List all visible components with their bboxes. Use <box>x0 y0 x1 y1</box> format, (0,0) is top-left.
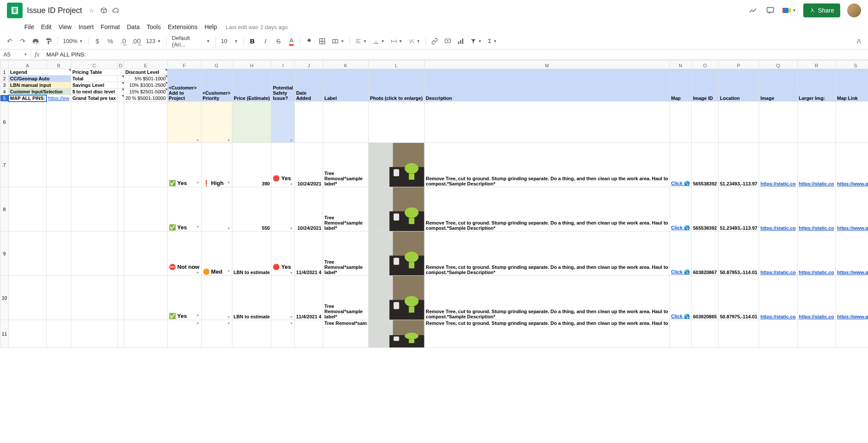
increase-decimal-icon[interactable]: .00̲ <box>130 35 142 47</box>
row-head[interactable]: 7 <box>0 143 9 187</box>
cell[interactable] <box>759 320 797 348</box>
col-F[interactable]: F <box>167 60 201 69</box>
cell[interactable] <box>46 231 71 276</box>
cell[interactable]: ▼ <box>271 187 294 231</box>
col-A[interactable]: A <box>9 60 46 69</box>
format-123-select[interactable]: 123▼ <box>143 36 164 47</box>
menu-view[interactable]: View <box>55 22 75 32</box>
cell[interactable]: Location <box>718 69 759 102</box>
menu-tools[interactable]: Tools <box>143 22 165 32</box>
cell[interactable]: 603820865 <box>691 276 718 320</box>
cell[interactable]: ▼ <box>201 102 232 143</box>
cell[interactable]: https://static.co <box>759 143 797 187</box>
cell[interactable] <box>9 276 46 320</box>
move-icon[interactable] <box>99 6 108 15</box>
cell[interactable] <box>117 102 124 143</box>
cell[interactable] <box>294 102 323 143</box>
italic-icon[interactable]: I <box>259 35 271 47</box>
percent-icon[interactable]: % <box>104 35 116 47</box>
cell[interactable]: 15% $2501-5000 <box>124 89 167 95</box>
row-head[interactable]: 5 <box>0 95 9 102</box>
col-M[interactable]: M <box>424 60 670 69</box>
col-Q[interactable]: Q <box>759 60 797 69</box>
cell[interactable]: Tree Removal*sample label* <box>323 143 369 187</box>
cell[interactable] <box>9 231 46 276</box>
cell[interactable]: Legend <box>9 69 71 76</box>
bold-icon[interactable]: B <box>246 35 258 47</box>
cell[interactable]: LBN to estimate <box>232 276 271 320</box>
cell[interactable]: https://static.co <box>759 276 797 320</box>
sheets-logo-icon[interactable] <box>7 3 23 18</box>
cell[interactable]: MAP ALL PINS: <box>9 95 46 102</box>
cell[interactable] <box>71 320 117 348</box>
chevron-down-icon[interactable]: ▼ <box>227 227 231 231</box>
cell[interactable] <box>117 187 124 231</box>
strikethrough-icon[interactable]: S <box>272 35 284 47</box>
col-S[interactable]: S <box>835 60 868 69</box>
cell[interactable]: ▼ <box>167 102 201 143</box>
comment-icon[interactable] <box>765 5 776 16</box>
cell[interactable]: 10% $1001-2500 <box>124 82 167 89</box>
cell[interactable] <box>117 276 124 320</box>
cell[interactable]: Grand Total pre tax <box>71 95 117 102</box>
col-P[interactable]: P <box>718 60 759 69</box>
cell[interactable]: Image ID <box>691 69 718 102</box>
col-L[interactable]: L <box>368 60 424 69</box>
cell[interactable] <box>117 231 124 276</box>
chevron-down-icon[interactable]: ▼ <box>227 315 231 319</box>
cell[interactable] <box>691 102 718 143</box>
undo-icon[interactable]: ↶ <box>3 35 16 47</box>
cell[interactable] <box>46 276 71 320</box>
cell[interactable] <box>117 95 124 102</box>
cell[interactable]: ▼ <box>271 320 294 348</box>
cell[interactable]: Tree Removal*sam <box>323 320 369 348</box>
cell[interactable]: CC/Geomap Auto <box>9 76 71 82</box>
avatar[interactable] <box>847 3 861 17</box>
valign-icon[interactable]: ▼ <box>370 36 387 47</box>
cell[interactable]: ▼ <box>201 187 232 231</box>
menu-format[interactable]: Format <box>97 22 123 32</box>
cell[interactable] <box>117 89 124 95</box>
cell[interactable] <box>9 187 46 231</box>
chevron-down-icon[interactable]: ▼ <box>227 321 231 325</box>
row-head[interactable]: 6 <box>0 102 9 143</box>
cell[interactable]: Customer Input/Selection <box>9 89 71 95</box>
cell[interactable]: 51.23493,-113.97 <box>718 143 759 187</box>
link-icon[interactable] <box>429 35 441 47</box>
row-head[interactable]: 2 <box>0 76 9 82</box>
cell[interactable] <box>424 102 670 143</box>
cell[interactable]: Map Link <box>835 69 868 102</box>
chevron-down-icon[interactable]: ▼ <box>227 181 231 185</box>
cell[interactable]: Remove Tree, cut to ground. Stump grindi… <box>424 320 670 348</box>
cell[interactable]: Click 🌎 <box>670 143 691 187</box>
chevron-down-icon[interactable]: ▼ <box>196 139 200 142</box>
cell[interactable]: Label <box>323 69 369 102</box>
cell[interactable] <box>117 82 124 89</box>
cell[interactable] <box>718 320 759 348</box>
cell[interactable]: LBN manual input <box>9 82 71 89</box>
cell[interactable] <box>117 76 124 82</box>
cell[interactable] <box>718 102 759 143</box>
meet-icon[interactable]: ▼ <box>782 4 796 17</box>
cell[interactable] <box>71 143 117 187</box>
cell[interactable] <box>670 102 691 143</box>
cell[interactable] <box>797 102 835 143</box>
row-head[interactable]: 11 <box>0 320 9 348</box>
cell[interactable]: https://www.geo <box>835 276 868 320</box>
row-head[interactable]: 9 <box>0 231 9 276</box>
cell[interactable]: Total <box>71 76 117 82</box>
cell[interactable] <box>670 320 691 348</box>
last-edit-label[interactable]: Last edit was 2 days ago <box>226 24 288 30</box>
chevron-down-icon[interactable]: ▼ <box>196 314 200 317</box>
cell[interactable]: ▼ <box>167 320 201 348</box>
fill-color-icon[interactable] <box>303 35 315 47</box>
cell[interactable]: <Customer> Priority <box>201 69 232 102</box>
cell[interactable]: Click 🌎 <box>670 276 691 320</box>
cell[interactable]: https://static.co <box>797 276 835 320</box>
filter-icon[interactable]: ▼ <box>468 36 485 47</box>
chevron-down-icon[interactable]: ▼ <box>196 271 200 275</box>
print-icon[interactable] <box>30 35 42 47</box>
cell[interactable]: https://www.geo <box>835 231 868 276</box>
grid[interactable]: A B C D E F G H I J K L M N O P Q R S 1 … <box>0 60 868 443</box>
photo-cell[interactable] <box>368 276 424 320</box>
